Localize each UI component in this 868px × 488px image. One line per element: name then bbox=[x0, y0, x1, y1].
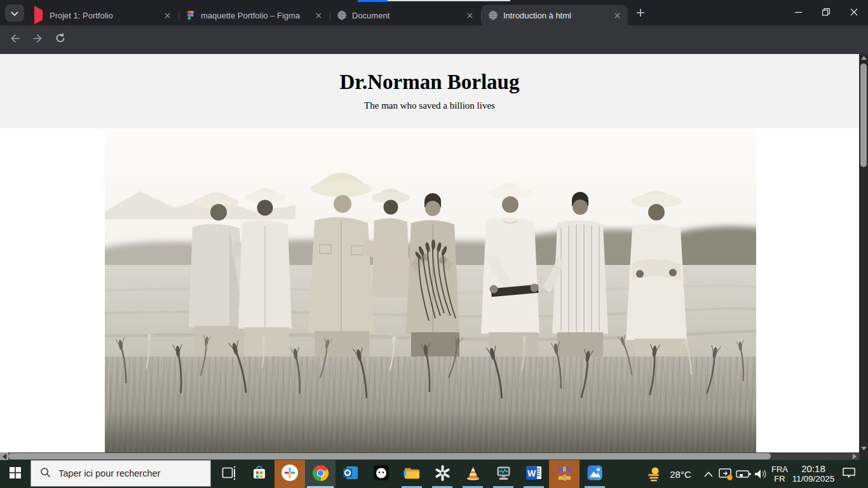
notification-bubble-icon bbox=[842, 466, 856, 482]
window-close-button[interactable] bbox=[840, 0, 868, 25]
speaker-icon[interactable] bbox=[752, 460, 769, 488]
clock-time: 20:18 bbox=[801, 464, 825, 474]
github-icon bbox=[373, 464, 390, 484]
tab-title: maquette Portfolio – Figma bbox=[201, 11, 309, 20]
tab-title: Projet 1: Portfolio bbox=[50, 11, 158, 20]
reload-icon bbox=[55, 33, 65, 46]
desktop-screen: Projet 1: Portfolio maquette Portfolio –… bbox=[0, 0, 868, 488]
restore-icon bbox=[822, 7, 830, 18]
forward-arrow-icon bbox=[32, 33, 43, 46]
taskbar-search[interactable] bbox=[31, 460, 211, 487]
tab-loading-indicator-blue bbox=[358, 0, 388, 2]
horizontal-scrollbar-thumb[interactable] bbox=[8, 453, 771, 459]
windows-taskbar: W 28°C FRA bbox=[0, 460, 868, 488]
slack-button[interactable] bbox=[275, 460, 305, 488]
battery-icon[interactable] bbox=[735, 460, 752, 488]
tab-figma[interactable]: maquette Portfolio – Figma bbox=[179, 5, 329, 25]
window-minimize-button[interactable] bbox=[784, 0, 812, 25]
horizontal-scrollbar[interactable] bbox=[0, 452, 859, 460]
file-explorer-button[interactable] bbox=[397, 460, 427, 488]
outlook-button[interactable] bbox=[336, 460, 366, 488]
back-arrow-icon bbox=[10, 33, 20, 46]
globe-icon bbox=[337, 10, 347, 20]
scroll-left-icon[interactable] bbox=[0, 452, 8, 460]
tray-chevron-up-icon[interactable] bbox=[700, 460, 717, 488]
tab-projet-portfolio[interactable]: Projet 1: Portfolio bbox=[28, 5, 178, 25]
tab-document[interactable]: Document bbox=[330, 5, 480, 25]
browser-tab-strip: Projet 1: Portfolio maquette Portfolio –… bbox=[0, 0, 868, 25]
keyboard-layout: FR bbox=[774, 474, 785, 484]
system-monitor-button[interactable] bbox=[488, 460, 519, 488]
red-play-icon bbox=[34, 10, 44, 20]
vlc-icon bbox=[465, 464, 482, 484]
word-icon: W bbox=[526, 464, 542, 484]
scrollbar-corner bbox=[859, 452, 868, 460]
file-explorer-icon bbox=[403, 464, 421, 484]
chrome-icon bbox=[312, 464, 329, 484]
web-page-viewport: Dr.Norman Borlaug The man who saved a bi… bbox=[0, 54, 859, 452]
winrar-button[interactable] bbox=[549, 460, 580, 488]
microsoft-store-icon bbox=[251, 464, 268, 484]
windows-logo-icon bbox=[10, 467, 21, 481]
page-title: Dr.Norman Borlaug bbox=[340, 72, 520, 93]
window-restore-button[interactable] bbox=[812, 0, 840, 25]
photos-icon bbox=[587, 464, 603, 484]
photos-button[interactable] bbox=[580, 460, 610, 488]
close-icon bbox=[850, 7, 858, 18]
scroll-down-icon[interactable] bbox=[859, 445, 868, 452]
language-code: FRA bbox=[771, 464, 788, 474]
scroll-up-icon[interactable] bbox=[859, 54, 868, 62]
vertical-scrollbar-thumb[interactable] bbox=[860, 64, 867, 167]
scroll-right-icon[interactable] bbox=[850, 452, 859, 460]
search-input[interactable] bbox=[57, 468, 180, 479]
clock-date: 11/09/2025 bbox=[792, 474, 835, 484]
word-letter: W bbox=[527, 468, 536, 478]
temperature-label[interactable]: 28°C bbox=[666, 460, 695, 488]
minimize-icon bbox=[795, 7, 802, 18]
winrar-icon bbox=[556, 464, 573, 484]
outlook-icon bbox=[342, 464, 359, 484]
weather-icon[interactable] bbox=[643, 460, 665, 488]
chrome-button[interactable] bbox=[305, 460, 336, 488]
start-button[interactable] bbox=[0, 460, 31, 488]
microsoft-store-button[interactable] bbox=[244, 460, 275, 488]
action-center-button[interactable] bbox=[839, 460, 859, 488]
tab-title: Document bbox=[352, 11, 460, 20]
tab-close-icon[interactable] bbox=[611, 10, 623, 21]
chatgpt-icon bbox=[434, 464, 451, 484]
word-button[interactable]: W bbox=[519, 460, 549, 488]
reload-button[interactable] bbox=[51, 30, 69, 48]
cast-display-icon[interactable] bbox=[717, 460, 735, 488]
tab-close-icon[interactable] bbox=[313, 10, 324, 21]
search-icon bbox=[40, 467, 51, 480]
forward-button[interactable] bbox=[29, 30, 46, 48]
slack-icon bbox=[281, 464, 299, 484]
language-indicator[interactable]: FRA FR bbox=[768, 460, 792, 488]
browser-toolbar: Fichier C:/Users/PEPLINE/Documents/Intro… bbox=[0, 25, 868, 54]
clock[interactable]: 20:18 11/09/2025 bbox=[792, 460, 835, 488]
chatgpt-button[interactable] bbox=[427, 460, 458, 488]
borlaug-field-photo bbox=[105, 130, 756, 452]
plus-icon bbox=[636, 8, 645, 20]
back-button[interactable] bbox=[6, 30, 24, 48]
page-subtitle: The man who saved a billion lives bbox=[364, 101, 495, 111]
task-view-icon bbox=[221, 465, 236, 483]
tab-close-icon[interactable] bbox=[464, 10, 475, 21]
task-view-button[interactable] bbox=[214, 460, 244, 488]
page-header-band: Dr.Norman Borlaug The man who saved a bi… bbox=[0, 54, 859, 128]
tab-introduction-html[interactable]: Introduction à html bbox=[482, 5, 628, 25]
system-monitor-icon bbox=[495, 464, 512, 484]
tab-list-chevron-button[interactable] bbox=[5, 4, 24, 22]
tab-close-icon[interactable] bbox=[161, 10, 173, 21]
vertical-scrollbar[interactable] bbox=[859, 54, 868, 452]
new-tab-button[interactable] bbox=[632, 5, 649, 23]
tab-loading-indicator-light bbox=[388, 0, 510, 1]
globe-icon bbox=[488, 10, 498, 20]
tab-title: Introduction à html bbox=[503, 11, 607, 20]
vlc-button[interactable] bbox=[458, 460, 488, 488]
chevron-down-icon bbox=[11, 8, 18, 19]
github-button[interactable] bbox=[366, 460, 397, 488]
figma-icon bbox=[186, 10, 196, 20]
